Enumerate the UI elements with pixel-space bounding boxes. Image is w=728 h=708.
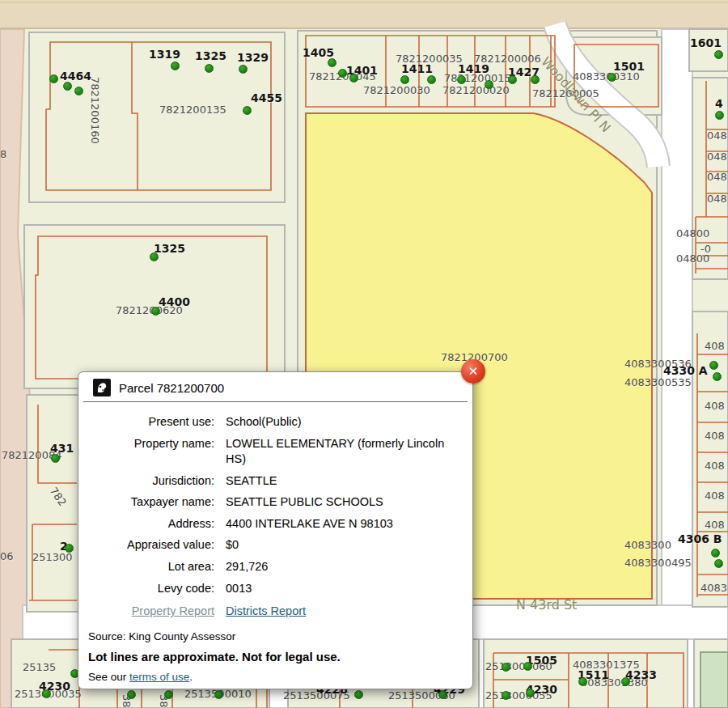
parcel-point-dot — [438, 690, 447, 699]
field-value: 0013 — [226, 581, 461, 597]
field-value: SEATTLE — [226, 473, 461, 490]
parcel-id-label: 251300 — [32, 552, 73, 563]
parcel-id-label: 408 — [705, 519, 725, 531]
field-value: 291,726 — [226, 559, 461, 575]
field-value: $0 — [226, 537, 461, 553]
field-row: Appraised value: $0 — [78, 537, 461, 553]
parcel-point-dot — [714, 559, 723, 568]
address-label: 1319 — [149, 49, 180, 61]
address-label: 1601 — [690, 37, 722, 49]
field-label: Appraised value: — [78, 537, 214, 553]
parcel-point-dot — [400, 75, 409, 84]
parcel-point-dot — [714, 50, 723, 59]
field-label: Lot area: — [78, 559, 214, 575]
parcel-point-dot — [151, 307, 160, 316]
street-name-label: N 43rd St — [516, 599, 577, 613]
parcel-point-dot — [328, 58, 336, 67]
field-row: Jurisdiction: SEATTLE — [78, 473, 461, 490]
field-label: Address: — [78, 516, 214, 532]
parcel-point-dot — [508, 75, 517, 84]
parcel-point-dot — [485, 80, 493, 89]
parcel-point-dot — [127, 690, 136, 699]
parcel-id-label: 4083300310 — [573, 71, 640, 83]
parcel-point-dot — [65, 544, 74, 553]
parcel-id-label: 4083300495 — [624, 557, 692, 569]
parcel-point-dot — [427, 75, 436, 84]
popup-title: Parcel 7821200700 — [119, 381, 224, 395]
field-label: Jurisdiction: — [78, 473, 214, 490]
parcel-point-dot — [150, 252, 159, 261]
parcel-point-dot — [243, 106, 252, 115]
king-county-logo-icon — [93, 379, 111, 396]
field-value: LOWELL ELEMENTARY (formerly Lincoln HS) — [226, 436, 461, 468]
field-label: Taxpayer name: — [78, 494, 214, 511]
field-row: Property name: LOWELL ELEMENTARY (former… — [78, 436, 461, 468]
parcel-id-label: 048 — [707, 172, 727, 183]
parcel-id-label: 04800 — [676, 253, 709, 265]
field-label: Property name: — [78, 436, 214, 468]
address-label: 4455 — [251, 92, 282, 104]
parcel-point-dot — [214, 690, 223, 699]
disclaimer-text: Lot lines are approximate. Not for legal… — [88, 650, 461, 663]
parcel-point-dot — [523, 662, 532, 671]
parcel-id-label: 408 — [705, 430, 725, 442]
address-label: 1325 — [154, 243, 185, 255]
parcel-point-dot — [171, 61, 180, 70]
parcel-id-label: 408 — [705, 341, 725, 352]
property-report-link[interactable]: Property Report — [132, 604, 214, 617]
parcel-point-dot — [42, 689, 51, 698]
address-label: 1405 — [303, 47, 334, 59]
parcel-id-label: 4083300535 — [624, 377, 692, 388]
parcel-point-dot — [338, 69, 347, 78]
parcel-point-dot — [354, 690, 363, 699]
parcel-point-dot — [621, 677, 630, 686]
parcel-id-label: 04800 — [676, 228, 709, 240]
address-label: 1411 — [401, 63, 433, 75]
address-label: 1325 — [195, 50, 226, 62]
field-row: Present use: School(Public) — [78, 414, 461, 430]
field-value: SEATTLE PUBLIC SCHOOLS — [226, 494, 461, 511]
parcel-point-dot — [709, 361, 718, 370]
field-row: Lot area: 291,726 — [78, 559, 461, 575]
parcel-id-label: 408 — [705, 401, 725, 412]
parcel-id-label: 408 — [705, 490, 725, 502]
parcel-id-label: 048 — [707, 193, 727, 205]
address-label: 1329 — [237, 52, 269, 64]
address-label: 4464 — [60, 70, 91, 83]
field-value: School(Public) — [226, 414, 461, 430]
parcel-id-label: 4083300 — [624, 540, 671, 551]
parcel-point-dot — [74, 87, 83, 95]
field-row: Address: 4400 INTERLAKE AVE N 98103 — [78, 516, 461, 532]
source-line: Source: King County Assessor — [88, 630, 461, 642]
parcel-point-dot — [51, 454, 60, 463]
districts-report-link[interactable]: Districts Report — [226, 604, 306, 617]
parcel-id-label: 06 — [0, 551, 14, 562]
parcel-point-dot — [205, 64, 214, 73]
field-label: Levy code: — [78, 581, 214, 597]
parcel-point-dot — [531, 75, 540, 84]
parcel-id-label: 048 — [707, 151, 727, 163]
terms-line: See our terms of use. — [88, 671, 461, 683]
address-label: 4233 — [625, 669, 657, 681]
field-row: Levy code: 0013 — [78, 581, 461, 597]
street-top — [0, 0, 728, 29]
parcel-point-dot — [49, 74, 58, 83]
terms-suffix: . — [189, 671, 193, 683]
parcel-point-dot — [578, 677, 587, 686]
parcel-id-label: 8 — [0, 149, 6, 160]
parcel-point-dot — [713, 372, 722, 381]
parcel-point-dot — [349, 74, 358, 83]
address-label: 1419 — [458, 63, 489, 75]
parcel-point-dot — [164, 690, 173, 699]
parcel-point-dot — [526, 689, 535, 697]
parcel-id-label: 25135 — [23, 662, 56, 673]
field-row: Taxpayer name: SEATTLE PUBLIC SCHOOLS — [78, 494, 461, 511]
terms-prefix: See our — [88, 671, 129, 683]
parcel-point-dot — [457, 75, 466, 84]
popup-body: Present use: School(Public) Property nam… — [78, 402, 472, 617]
terms-of-use-link[interactable]: terms of use — [129, 671, 189, 683]
map-viewport[interactable]: 7821200135782120016078212000457821200035… — [0, 0, 728, 708]
park-parcel — [700, 652, 728, 708]
close-icon[interactable]: ✕ — [461, 359, 485, 384]
popup-footer: Source: King County Assessor Lot lines a… — [78, 622, 472, 683]
